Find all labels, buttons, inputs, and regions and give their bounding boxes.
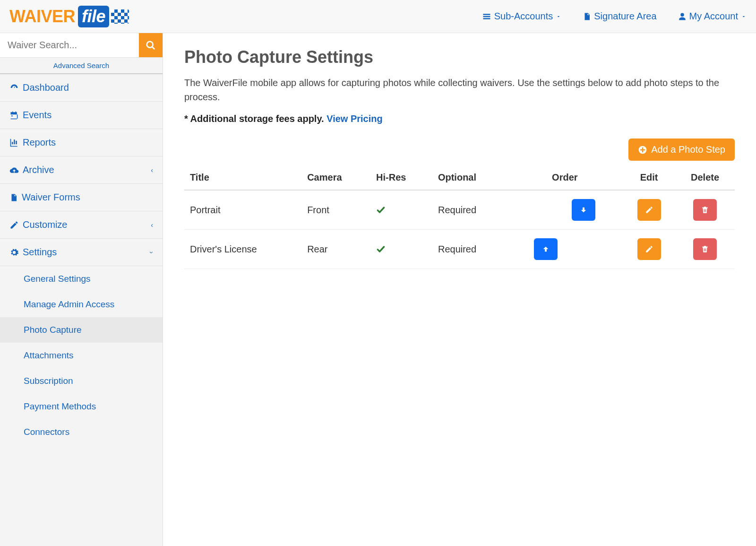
cell-edit bbox=[623, 190, 675, 230]
table-row: Driver's LicenseRearRequired bbox=[184, 230, 735, 269]
list-icon bbox=[482, 12, 491, 21]
photo-steps-table: Title Camera Hi-Res Optional Order Edit … bbox=[184, 165, 735, 269]
check-icon bbox=[376, 205, 427, 215]
sidebar-customize-label: Customize bbox=[23, 219, 67, 230]
page-intro: The WaiverFile mobile app allows for cap… bbox=[184, 76, 735, 104]
topnav-signature[interactable]: Signature Area bbox=[583, 11, 656, 22]
th-edit: Edit bbox=[623, 165, 675, 190]
th-order: Order bbox=[507, 165, 623, 190]
cell-camera: Rear bbox=[301, 230, 370, 269]
move-up-button[interactable] bbox=[534, 238, 558, 260]
topnav-myaccount[interactable]: My Account bbox=[678, 11, 747, 22]
table-row: PortraitFrontRequired bbox=[184, 190, 735, 230]
sidebar-item-reports[interactable]: Reports bbox=[0, 129, 163, 156]
svg-line-1 bbox=[152, 46, 155, 49]
move-down-button[interactable] bbox=[572, 199, 595, 221]
subnav-subscription[interactable]: Subscription bbox=[0, 368, 163, 394]
search-icon bbox=[146, 40, 156, 51]
subnav-attachments[interactable]: Attachments bbox=[0, 343, 163, 368]
logo-waiver: WAIVER bbox=[9, 7, 75, 26]
fees-notice: * Additional storage fees apply. View Pr… bbox=[184, 113, 735, 124]
search-row bbox=[0, 33, 163, 58]
user-icon bbox=[678, 12, 687, 21]
caret-down-icon bbox=[741, 14, 747, 19]
cell-delete bbox=[675, 230, 735, 269]
delete-button[interactable] bbox=[693, 199, 717, 221]
sidebar-dashboard-label: Dashboard bbox=[23, 82, 69, 93]
subnav-photo-capture[interactable]: Photo Capture bbox=[0, 317, 163, 343]
chevron-down-icon: › bbox=[148, 251, 156, 253]
main-content: Photo Capture Settings The WaiverFile mo… bbox=[163, 33, 756, 546]
logo-flag-icon bbox=[111, 9, 129, 24]
sidebar-waiverforms-label: Waiver Forms bbox=[22, 192, 80, 203]
add-photo-step-button[interactable]: Add a Photo Step bbox=[628, 139, 735, 161]
view-pricing-link[interactable]: View Pricing bbox=[326, 113, 383, 124]
sidebar-archive-label: Archive bbox=[23, 165, 54, 175]
sidebar-item-settings[interactable]: Settings › bbox=[0, 239, 163, 266]
subnav-general-settings[interactable]: General Settings bbox=[0, 266, 163, 292]
topnav-signature-label: Signature Area bbox=[594, 11, 656, 22]
topnav-subaccounts[interactable]: Sub-Accounts bbox=[482, 11, 562, 22]
add-photo-step-label: Add a Photo Step bbox=[651, 144, 725, 155]
chart-icon bbox=[9, 138, 19, 147]
svg-point-0 bbox=[147, 41, 153, 47]
cell-optional: Required bbox=[432, 230, 507, 269]
logo[interactable]: WAIVER file bbox=[9, 6, 129, 27]
sidebar-item-dashboard[interactable]: Dashboard bbox=[0, 74, 163, 102]
advanced-search-link[interactable]: Advanced Search bbox=[0, 58, 163, 74]
cell-order bbox=[507, 230, 623, 269]
sidebar-item-archive[interactable]: Archive ‹ bbox=[0, 156, 163, 184]
fees-prefix: * Additional storage fees apply. bbox=[184, 113, 326, 124]
cell-delete bbox=[675, 190, 735, 230]
file-icon bbox=[583, 12, 591, 21]
search-input[interactable] bbox=[0, 33, 139, 57]
cell-title: Portrait bbox=[184, 190, 301, 230]
sidebar: Advanced Search Dashboard Events Reports… bbox=[0, 33, 163, 546]
sidebar-item-customize[interactable]: Customize ‹ bbox=[0, 211, 163, 239]
delete-button[interactable] bbox=[693, 238, 717, 260]
dashboard-icon bbox=[9, 83, 19, 93]
cell-camera: Front bbox=[301, 190, 370, 230]
th-hires: Hi-Res bbox=[370, 165, 432, 190]
check-icon bbox=[376, 244, 427, 254]
cloud-icon bbox=[9, 165, 19, 175]
topnav-subaccounts-label: Sub-Accounts bbox=[494, 11, 553, 22]
sidebar-item-waiverforms[interactable]: Waiver Forms bbox=[0, 184, 163, 211]
sidebar-reports-label: Reports bbox=[23, 137, 56, 148]
subnav-connectors[interactable]: Connectors bbox=[0, 419, 163, 445]
file-icon bbox=[9, 193, 18, 202]
logo-file-text: file bbox=[82, 7, 105, 26]
cell-edit bbox=[623, 230, 675, 269]
cell-title: Driver's License bbox=[184, 230, 301, 269]
gear-icon bbox=[9, 248, 19, 257]
edit-button[interactable] bbox=[637, 199, 661, 221]
edit-button[interactable] bbox=[637, 238, 661, 260]
cell-optional: Required bbox=[432, 190, 507, 230]
subnav-admin-access[interactable]: Manage Admin Access bbox=[0, 292, 163, 317]
caret-down-icon bbox=[556, 14, 561, 19]
page-title: Photo Capture Settings bbox=[184, 47, 735, 67]
chevron-left-icon: ‹ bbox=[151, 166, 153, 174]
th-delete: Delete bbox=[675, 165, 735, 190]
cell-order bbox=[507, 190, 623, 230]
logo-file: file bbox=[78, 6, 109, 27]
th-title: Title bbox=[184, 165, 301, 190]
th-optional: Optional bbox=[432, 165, 507, 190]
cell-hires bbox=[370, 230, 432, 269]
chevron-left-icon: ‹ bbox=[151, 221, 153, 229]
plus-circle-icon bbox=[638, 145, 647, 155]
calendar-icon bbox=[9, 111, 19, 120]
topnav-myaccount-label: My Account bbox=[689, 11, 738, 22]
topbar: WAIVER file Sub-Accounts Signature Area … bbox=[0, 0, 756, 33]
edit-icon bbox=[9, 220, 19, 230]
topnav: Sub-Accounts Signature Area My Account bbox=[482, 11, 747, 22]
cell-hires bbox=[370, 190, 432, 230]
subnav-payment-methods[interactable]: Payment Methods bbox=[0, 394, 163, 419]
search-button[interactable] bbox=[139, 33, 163, 57]
th-camera: Camera bbox=[301, 165, 370, 190]
sidebar-events-label: Events bbox=[23, 110, 52, 121]
sidebar-settings-label: Settings bbox=[23, 247, 57, 258]
sidebar-item-events[interactable]: Events bbox=[0, 102, 163, 129]
